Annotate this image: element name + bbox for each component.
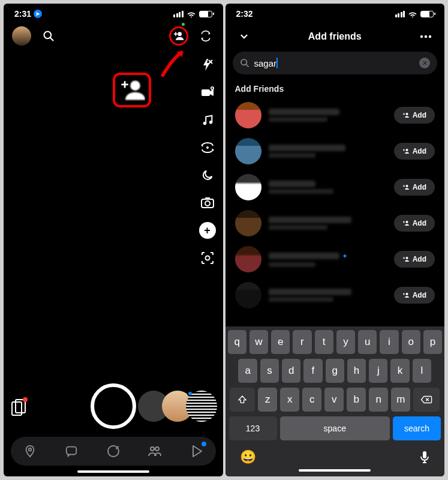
numbers-key[interactable]: 123 — [229, 416, 277, 440]
home-indicator[interactable] — [77, 470, 149, 473]
emoji-button[interactable]: 😀 — [240, 449, 256, 465]
add-tool-button[interactable]: + — [199, 222, 216, 239]
svg-rect-53 — [423, 451, 426, 458]
nav-map[interactable] — [22, 443, 38, 460]
svg-point-36 — [405, 149, 408, 151]
add-friend-icon-large — [119, 77, 145, 103]
key-v[interactable]: v — [324, 388, 344, 412]
key-h[interactable]: h — [347, 359, 366, 383]
avatar — [235, 174, 261, 200]
friend-row[interactable]: Add — [231, 97, 439, 133]
nav-spotlight[interactable] — [188, 443, 205, 460]
key-u[interactable]: u — [358, 330, 377, 354]
camera-mode-button[interactable] — [199, 194, 216, 211]
home-indicator[interactable] — [299, 469, 371, 472]
capture-row — [4, 379, 223, 433]
key-s[interactable]: s — [260, 359, 279, 383]
clear-search-button[interactable]: ✕ — [419, 58, 430, 68]
svg-point-2 — [178, 32, 182, 36]
key-w[interactable]: w — [249, 330, 268, 354]
friend-row[interactable]: ✦ Add — [231, 241, 439, 277]
back-button[interactable] — [235, 28, 253, 46]
video-icon — [200, 86, 215, 99]
key-c[interactable]: c — [302, 388, 321, 412]
music-button[interactable] — [199, 112, 216, 128]
dictation-button[interactable] — [419, 450, 430, 464]
search-key[interactable]: search — [393, 416, 441, 440]
scan-icon — [200, 251, 215, 265]
more-button[interactable] — [417, 28, 435, 46]
notification-dot — [23, 397, 28, 402]
profile-avatar[interactable] — [12, 26, 31, 46]
video-button[interactable] — [199, 84, 216, 101]
lens-item[interactable] — [186, 391, 217, 422]
shift-key[interactable] — [230, 388, 255, 412]
space-key[interactable]: space — [280, 416, 390, 440]
memories-button[interactable] — [11, 398, 26, 416]
key-y[interactable]: y — [336, 330, 355, 354]
friend-row[interactable]: Add — [231, 169, 439, 205]
key-x[interactable]: x — [280, 388, 299, 412]
key-p[interactable]: p — [423, 330, 442, 354]
friend-username-blurred — [269, 189, 333, 194]
key-a[interactable]: a — [238, 359, 257, 383]
friend-row[interactable]: Add — [231, 133, 439, 169]
friend-row[interactable]: Add — [231, 277, 439, 313]
search-input-text[interactable]: sagar — [254, 58, 277, 68]
search-button[interactable] — [40, 27, 58, 45]
flash-button[interactable] — [199, 56, 216, 73]
friends-list[interactable]: Add Add Add — [225, 97, 445, 326]
key-k[interactable]: k — [390, 359, 409, 383]
key-f[interactable]: f — [303, 359, 322, 383]
svg-point-33 — [405, 113, 408, 115]
key-j[interactable]: j — [369, 359, 387, 383]
add-button[interactable]: Add — [394, 143, 435, 160]
scan-button[interactable] — [199, 250, 216, 266]
dual-camera-button[interactable] — [199, 139, 216, 156]
avatar — [235, 102, 261, 128]
key-q[interactable]: q — [228, 330, 246, 354]
add-button[interactable]: Add — [394, 251, 435, 268]
key-t[interactable]: t — [315, 330, 333, 354]
key-n[interactable]: n — [369, 388, 388, 412]
friend-name-blurred — [269, 109, 339, 115]
mic-icon — [419, 450, 430, 464]
key-d[interactable]: d — [282, 359, 300, 383]
backspace-key[interactable] — [413, 388, 440, 412]
key-r[interactable]: r — [293, 330, 311, 354]
key-z[interactable]: z — [258, 388, 277, 412]
add-friend-icon — [402, 220, 410, 227]
svg-rect-24 — [67, 447, 77, 455]
add-button[interactable]: Add — [394, 287, 435, 304]
friend-name-blurred — [269, 145, 345, 151]
nav-stories[interactable] — [146, 443, 163, 460]
search-bar[interactable]: sagar ✕ — [233, 52, 438, 74]
nav-chat[interactable] — [63, 443, 80, 460]
shutter-button[interactable] — [91, 383, 136, 429]
night-mode-button[interactable] — [199, 167, 216, 184]
dual-camera-icon — [200, 142, 215, 154]
keyboard-row-2: asdfghjkl — [228, 359, 443, 383]
add-button[interactable]: Add — [394, 179, 435, 196]
add-friend-icon — [402, 256, 410, 263]
lens-carousel[interactable] — [145, 391, 217, 422]
add-friend-button[interactable] — [171, 27, 187, 45]
add-button[interactable]: Add — [394, 107, 435, 124]
key-b[interactable]: b — [347, 388, 366, 412]
key-g[interactable]: g — [326, 359, 344, 383]
key-l[interactable]: l — [413, 359, 431, 383]
friend-row[interactable]: Add — [231, 205, 439, 241]
add-friend-icon — [402, 112, 410, 119]
nav-camera[interactable] — [105, 443, 122, 460]
section-label: Add Friends — [225, 77, 445, 97]
svg-point-11 — [203, 122, 206, 125]
svg-point-39 — [405, 185, 408, 187]
key-m[interactable]: m — [391, 388, 410, 412]
add-button[interactable]: Add — [394, 215, 435, 232]
key-i[interactable]: i — [380, 330, 398, 354]
key-o[interactable]: o — [402, 330, 420, 354]
key-e[interactable]: e — [271, 330, 290, 354]
flip-camera-button[interactable] — [197, 27, 215, 45]
svg-rect-16 — [205, 197, 210, 200]
keyboard-row-bottom: 123 space search — [228, 416, 443, 440]
